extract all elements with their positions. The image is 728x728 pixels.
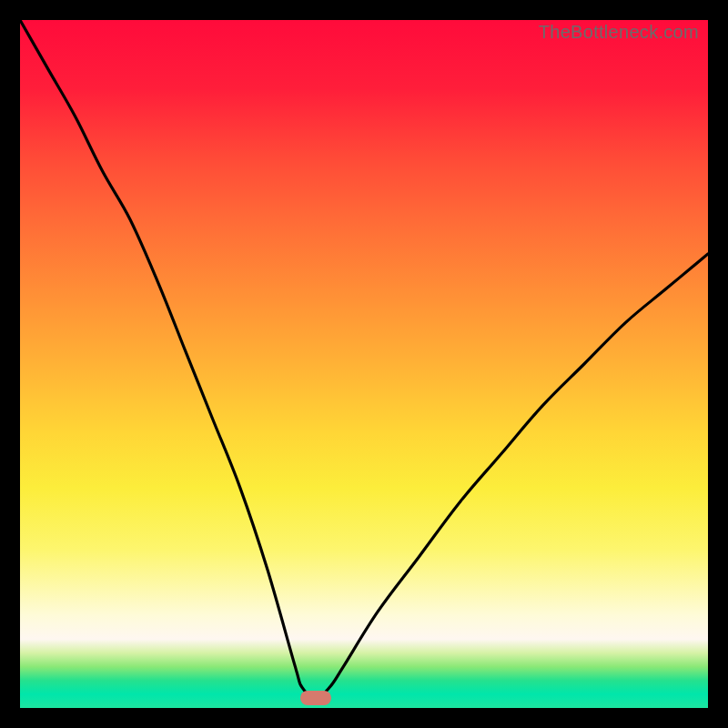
- optimum-marker: [300, 691, 331, 705]
- bottleneck-curve-path: [20, 20, 708, 698]
- plot-area: TheBottleneck.com: [20, 20, 708, 708]
- chart-frame: TheBottleneck.com: [0, 0, 728, 728]
- curve-svg: [20, 20, 708, 708]
- watermark-text: TheBottleneck.com: [539, 22, 699, 43]
